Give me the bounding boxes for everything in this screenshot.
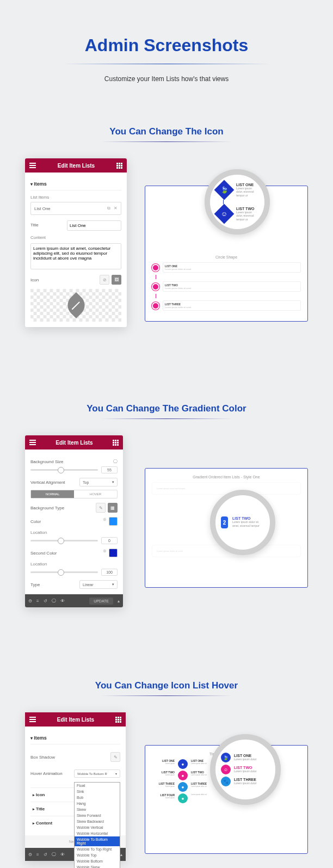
dropdown-option[interactable]: Hang (75, 801, 120, 807)
media-button[interactable]: 🖼 (112, 275, 121, 285)
gradient-bg-button[interactable]: ▦ (108, 503, 118, 513)
dropdown-option[interactable]: Skew (75, 807, 120, 812)
dropdown-option[interactable]: Wobble Skew (75, 864, 120, 868)
panel-title: Edit Item Lists (55, 440, 92, 446)
panel-header: Edit Item Lists (25, 435, 123, 450)
location-slider[interactable] (30, 540, 98, 541)
second-color-swatch[interactable] (109, 549, 118, 557)
icon-preview[interactable] (30, 289, 121, 322)
panel-footer: ⚙ ≡ ↺ 🖵 👁 UPDATE ▴ (25, 594, 123, 607)
close-icon[interactable]: ✕ (114, 206, 118, 211)
responsive-icon[interactable]: 🖵 (52, 599, 56, 604)
tab-normal[interactable]: NORMAL (31, 490, 74, 498)
list-item-row[interactable]: List One ⧉✕ (30, 202, 121, 215)
circle-item: LIST TWOLorem ipsum dolor sit amet (152, 281, 301, 292)
dropdown-option[interactable]: Wobble To Top Right (75, 846, 120, 852)
bg-type-label: Background Type (30, 506, 64, 510)
magnifier-lens: 🍃 LIST ONELorem ipsum dolor, eiusmod tem… (205, 169, 270, 235)
color-swatch[interactable] (109, 517, 118, 526)
update-button[interactable]: UPDATE (89, 598, 113, 605)
duplicate-icon[interactable]: ⧉ (107, 206, 110, 211)
editor-panel: Edit Item Lists Items Box Shadow✎ Hover … (25, 712, 126, 861)
dropdown-option[interactable]: Wobble Vertical (75, 824, 120, 830)
title-label: Title (30, 223, 58, 227)
chevron-up-icon[interactable]: ▴ (120, 852, 122, 857)
edit-shadow-button[interactable]: ✎ (110, 752, 120, 762)
accordion-items[interactable]: Items (30, 732, 120, 744)
location-value[interactable]: 0 (101, 537, 118, 544)
leaf-icon: 🍃 (221, 753, 231, 762)
color-label: Color (30, 519, 41, 524)
list-item-name: List One (34, 206, 51, 211)
icon-label: Icon (30, 278, 58, 282)
tab-hover[interactable]: HOVER (74, 490, 117, 498)
page-title: Admin Screenshots (0, 0, 333, 64)
diamond-icon: 🍃 (214, 180, 235, 200)
content-textarea[interactable] (30, 243, 121, 269)
editor-panel: Edit Item Lists Items List Items List On… (25, 158, 127, 327)
dropdown-option[interactable]: Sink (75, 789, 120, 795)
diamond-icon: ☺ (214, 204, 235, 224)
location2-value[interactable]: 100 (101, 569, 118, 576)
globe-icon[interactable]: ⊕ (103, 517, 107, 526)
dropdown-option[interactable]: Float (75, 783, 120, 789)
gradient-card: Lorem ipsum eiusmod tempor (152, 482, 301, 495)
bg-size-label: Background Size (30, 459, 63, 464)
preview-icon[interactable]: 👁 (60, 599, 65, 604)
valign-select[interactable]: Top▾ (79, 478, 118, 487)
chevron-up-icon[interactable]: ▴ (118, 599, 120, 604)
classic-bg-button[interactable]: ✎ (96, 503, 106, 513)
leaf-icon (63, 292, 89, 318)
layers-icon[interactable]: ≡ (36, 599, 39, 604)
menu-icon[interactable] (29, 163, 36, 168)
content-label: Content (30, 235, 121, 240)
bg-size-slider[interactable] (30, 469, 98, 471)
globe-icon[interactable]: ⊕ (103, 549, 107, 557)
state-tabs: NORMAL HOVER (30, 490, 118, 498)
panel-header: Edit Item Lists (25, 158, 127, 173)
panel-header: Edit Item Lists (25, 712, 126, 727)
location2-label: Location (30, 562, 118, 567)
dropdown-option[interactable]: Wobble Horizontal (75, 830, 120, 836)
responsive-icon[interactable]: 🖵 (52, 852, 56, 857)
title-input[interactable] (67, 220, 121, 231)
valign-label: Vertical Alignment (30, 480, 65, 485)
menu-icon[interactable] (29, 440, 36, 445)
dropdown-option[interactable]: Skew Backward (75, 818, 120, 824)
settings-icon[interactable]: ⚙ (28, 852, 32, 857)
number-badge: 2 (221, 516, 228, 528)
bg-size-value[interactable]: 55 (101, 466, 118, 473)
hover-anim-label: Hover Animation (30, 771, 63, 776)
menu-icon[interactable] (29, 717, 36, 722)
dropdown-option[interactable]: Skew Forward (75, 812, 120, 818)
apps-icon[interactable] (115, 717, 121, 723)
layers-icon[interactable]: ≡ (36, 852, 39, 857)
dropdown-option[interactable]: Wobble Bottom (75, 858, 120, 864)
location2-slider[interactable] (30, 571, 98, 573)
history-icon[interactable]: ↺ (44, 852, 47, 857)
apps-icon[interactable] (116, 163, 122, 169)
hover-anim-dropdown[interactable]: FloatSinkBobHangSkewSkew ForwardSkew Bac… (74, 782, 120, 868)
history-icon[interactable]: ↺ (44, 599, 47, 604)
hover-anim-select[interactable]: Wobble To Bottom R▾ (74, 769, 120, 778)
desktop-icon[interactable]: 🖵 (113, 459, 118, 464)
settings-icon[interactable]: ⚙ (28, 599, 32, 604)
divider (101, 695, 232, 696)
apps-icon[interactable] (113, 440, 119, 446)
dropdown-option[interactable]: Wobble To Bottom Right (75, 836, 120, 846)
preview-shape-label: Circle Shape (152, 255, 301, 259)
editor-panel: Edit Item Lists Background Size🖵 55 Vert… (25, 435, 123, 607)
no-icon-button[interactable]: ⊘ (100, 275, 109, 285)
panel-title: Edit Item Lists (57, 717, 94, 723)
preview-icon[interactable]: 👁 (60, 852, 65, 857)
dropdown-option[interactable]: Bob (75, 795, 120, 801)
divider (101, 418, 232, 419)
timeline-icon: ● (178, 759, 188, 769)
type-select[interactable]: Linear▾ (79, 580, 118, 589)
dropdown-option[interactable]: Wobble Top (75, 852, 120, 858)
magnifier-lens: 🍃LIST ONELorem ipsum dolor ☺LIST TWOLore… (210, 734, 281, 805)
accordion-items[interactable]: Items (30, 178, 121, 190)
page-subtitle: Customize your Item Lists how's that vie… (0, 75, 333, 83)
magnifier-lens: 2 LIST TWOLorem ipsum dolor sit amet, ei… (210, 490, 275, 555)
paw-icon: 🐾 (221, 777, 231, 786)
